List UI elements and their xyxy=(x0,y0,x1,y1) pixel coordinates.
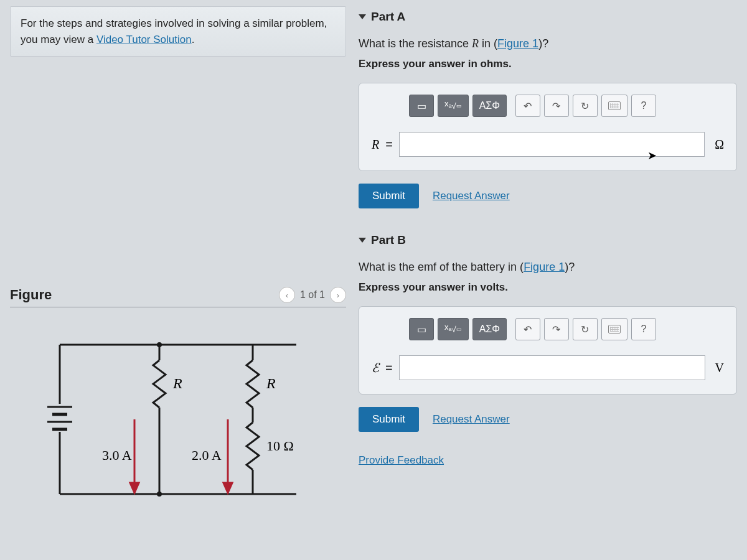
part-b-submit-button[interactable]: Submit xyxy=(359,407,419,432)
part-b-answer-box: ▭ xa√▭ ΑΣΦ ↶ ↷ ↻ ? ℰ = V xyxy=(359,306,737,394)
part-a-submit-button[interactable]: Submit xyxy=(359,184,419,208)
equals-sign: = xyxy=(385,361,393,375)
part-a-var-label: R xyxy=(372,138,379,152)
reset-button[interactable]: ↻ xyxy=(573,318,598,340)
templates-button[interactable]: ▭ xyxy=(409,318,434,340)
part-a-request-answer-link[interactable]: Request Answer xyxy=(433,190,510,202)
svg-point-15 xyxy=(157,492,162,497)
figure-pager: ‹ 1 of 1 › xyxy=(279,287,346,303)
part-b-header[interactable]: Part B xyxy=(359,233,737,247)
circuit-label-i1: 3.0 A xyxy=(102,447,132,463)
math-format-button[interactable]: xa√▭ xyxy=(438,318,469,340)
part-b-instruct: Express your answer in volts. xyxy=(359,281,737,294)
keyboard-button[interactable] xyxy=(601,95,627,117)
greek-letters-button[interactable]: ΑΣΦ xyxy=(472,318,507,340)
svg-point-14 xyxy=(157,342,162,347)
reset-button[interactable]: ↻ xyxy=(573,95,598,117)
caret-down-icon xyxy=(359,14,366,19)
hint-box: For the steps and strategies involved in… xyxy=(10,6,346,57)
math-format-button[interactable]: xa√▭ xyxy=(438,95,469,117)
help-button[interactable]: ? xyxy=(631,95,656,117)
part-a-toolbar: ▭ xa√▭ ΑΣΦ ↶ ↷ ↻ ? xyxy=(409,95,724,117)
part-b-title: Part B xyxy=(371,233,406,247)
part-b-unit: V xyxy=(715,361,724,375)
redo-button[interactable]: ↷ xyxy=(544,318,569,340)
part-a-unit: Ω xyxy=(715,138,724,152)
part-a-header[interactable]: Part A xyxy=(359,10,737,24)
circuit-diagram: R R 10 Ω 3.0 A 2.0 A xyxy=(35,326,321,513)
part-a-instruct: Express your answer in ohms. xyxy=(359,58,737,70)
part-a-title: Part A xyxy=(371,10,405,24)
part-a-answer-input[interactable] xyxy=(399,132,705,157)
svg-marker-17 xyxy=(130,483,139,493)
figure-prev-button[interactable]: ‹ xyxy=(279,287,295,303)
part-b-var-label: ℰ xyxy=(372,360,379,375)
figure-page-indicator: 1 of 1 xyxy=(300,289,325,301)
part-b-toolbar: ▭ xa√▭ ΑΣΦ ↶ ↷ ↻ ? xyxy=(409,318,724,340)
greek-letters-button[interactable]: ΑΣΦ xyxy=(472,95,507,117)
undo-button[interactable]: ↶ xyxy=(515,318,540,340)
part-a-answer-box: ▭ xa√▭ ΑΣΦ ↶ ↷ ↻ ? R = Ω ➤ xyxy=(359,83,737,171)
figure-1-link[interactable]: Figure 1 xyxy=(497,37,538,50)
figure-panel: Figure ‹ 1 of 1 › xyxy=(10,287,346,513)
provide-feedback-link[interactable]: Provide Feedback xyxy=(359,454,737,467)
video-tutor-link[interactable]: Video Tutor Solution xyxy=(96,34,192,45)
equals-sign: = xyxy=(385,138,393,152)
templates-button[interactable]: ▭ xyxy=(409,95,434,117)
keyboard-icon xyxy=(608,101,621,110)
circuit-label-r1: R xyxy=(172,375,182,391)
figure-title: Figure xyxy=(10,287,52,303)
figure-next-button[interactable]: › xyxy=(330,287,346,303)
circuit-label-i2: 2.0 A xyxy=(192,447,222,463)
keyboard-button[interactable] xyxy=(601,318,627,340)
circuit-label-r2: R xyxy=(266,375,276,391)
part-a-question: What is the resistance R in (Figure 1)? xyxy=(359,37,737,50)
part-b-request-answer-link[interactable]: Request Answer xyxy=(433,413,510,426)
keyboard-icon xyxy=(608,325,621,334)
svg-marker-19 xyxy=(223,483,232,493)
circuit-label-10ohm: 10 Ω xyxy=(266,438,294,454)
redo-button[interactable]: ↷ xyxy=(544,95,569,117)
hint-text-suffix: . xyxy=(192,34,195,45)
figure-1-link-b[interactable]: Figure 1 xyxy=(524,261,565,273)
part-b-answer-input[interactable] xyxy=(399,355,705,380)
undo-button[interactable]: ↶ xyxy=(515,95,540,117)
part-b-question: What is the emf of the battery in (Figur… xyxy=(359,261,737,274)
help-button[interactable]: ? xyxy=(631,318,656,340)
caret-down-icon xyxy=(359,238,366,243)
